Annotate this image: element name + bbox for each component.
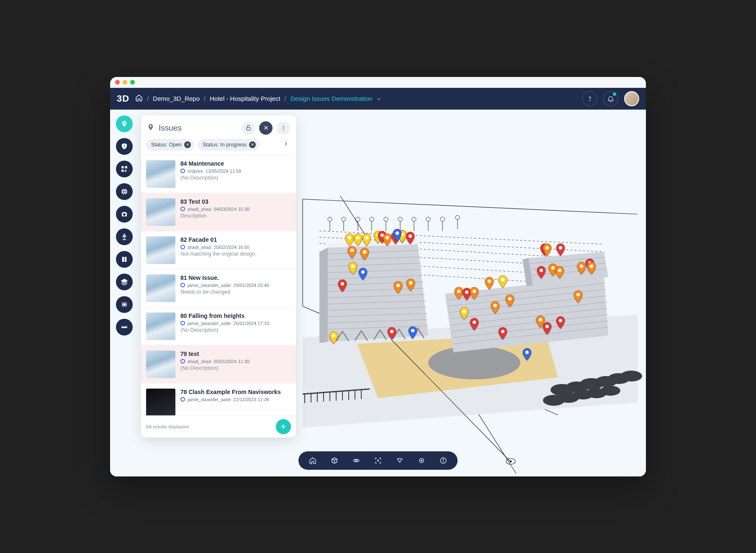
- target-button[interactable]: [417, 456, 427, 466]
- map-pin[interactable]: [556, 316, 565, 329]
- issues-list[interactable]: 84 Maintenance crdpres 13/05/2024 11:58 …: [141, 155, 296, 415]
- remove-filter-icon[interactable]: ✕: [249, 141, 256, 148]
- filter-chip-status-inprogress[interactable]: Status: In progress ✕: [198, 139, 259, 151]
- map-pin[interactable]: [338, 279, 347, 292]
- map-pin[interactable]: [573, 290, 583, 303]
- orbit-button[interactable]: [351, 456, 361, 466]
- rail-layers-button[interactable]: [116, 274, 133, 290]
- info-button[interactable]: [438, 456, 448, 466]
- issue-row[interactable]: 79 test shadi_shad 05/01/2024 11:30 (No …: [141, 345, 296, 383]
- map-pin[interactable]: [470, 318, 479, 330]
- results-count: 64 results displayed: [146, 424, 189, 429]
- map-pin[interactable]: [383, 233, 392, 246]
- svg-point-125: [540, 269, 543, 272]
- rail-issues-button[interactable]: [116, 115, 133, 132]
- app-logo[interactable]: 3D: [117, 93, 129, 104]
- map-pin[interactable]: [406, 279, 415, 291]
- svg-point-92: [356, 236, 360, 239]
- map-pin[interactable]: [577, 262, 586, 274]
- close-window-dot[interactable]: [115, 80, 120, 84]
- map-pin[interactable]: [543, 243, 552, 256]
- map-pin[interactable]: [393, 281, 403, 294]
- map-pin[interactable]: [485, 277, 494, 289]
- breadcrumb-item-1[interactable]: Hotel - Hospitality Project: [210, 95, 280, 102]
- film-icon: [121, 301, 128, 308]
- breadcrumb-item-0[interactable]: Demo_3D_Repo: [153, 95, 200, 102]
- map-pin[interactable]: [348, 262, 357, 274]
- map-pin[interactable]: [329, 331, 338, 344]
- map-pin[interactable]: [360, 248, 369, 260]
- svg-point-120: [508, 297, 512, 300]
- help-button[interactable]: [582, 91, 597, 106]
- rail-views-button[interactable]: [116, 183, 133, 200]
- map-pin[interactable]: [498, 327, 507, 340]
- map-pin[interactable]: [587, 262, 596, 274]
- focus-icon: [374, 457, 382, 464]
- svg-point-104: [409, 281, 412, 284]
- pin-icon: [147, 123, 154, 133]
- map-pin[interactable]: [522, 348, 532, 361]
- rail-sequences-button[interactable]: [116, 296, 133, 313]
- map-pin[interactable]: [470, 287, 479, 300]
- rail-risks-button[interactable]: [116, 138, 133, 155]
- map-pin[interactable]: [537, 266, 546, 279]
- issue-row[interactable]: 82 Facade 01 shadi_shad 20/02/2024 16:55…: [141, 231, 296, 269]
- map-pin[interactable]: [353, 233, 363, 246]
- map-pin[interactable]: [347, 246, 357, 259]
- rail-camera-button[interactable]: [116, 206, 133, 223]
- svg-point-111: [457, 289, 460, 293]
- svg-point-133: [559, 319, 562, 322]
- focus-button[interactable]: [373, 456, 383, 466]
- rail-measure-button[interactable]: [116, 319, 133, 335]
- map-pin[interactable]: [498, 275, 507, 288]
- home-view-button[interactable]: [308, 456, 318, 466]
- camera-icon: [121, 210, 128, 218]
- notifications-button[interactable]: [603, 91, 618, 106]
- remove-filter-icon[interactable]: ✕: [184, 141, 191, 148]
- user-avatar[interactable]: [624, 91, 639, 106]
- map-pin[interactable]: [543, 322, 552, 335]
- map-pin[interactable]: [555, 266, 564, 279]
- section-button[interactable]: [395, 456, 405, 466]
- box-view-button[interactable]: [329, 456, 339, 466]
- rail-groups-button[interactable]: [116, 161, 133, 177]
- map-pin[interactable]: [460, 307, 469, 320]
- more-filters-button[interactable]: [283, 141, 291, 149]
- svg-point-123: [545, 246, 549, 249]
- panel-menu-button[interactable]: [277, 121, 290, 135]
- app-window: 3D / Demo_3D_Repo / Hotel - Hospitality …: [110, 77, 646, 476]
- minimize-window-dot[interactable]: [123, 80, 127, 84]
- map-pin[interactable]: [408, 326, 417, 339]
- map-pin[interactable]: [393, 229, 402, 241]
- rail-compare-button[interactable]: [116, 251, 133, 268]
- issue-title: 80 Falling from heights: [180, 312, 291, 319]
- issue-row[interactable]: 78 Clash Example From Navisworks jamie_i…: [141, 383, 296, 415]
- svg-point-101: [396, 231, 399, 235]
- issue-title: 81 New Issue.: [180, 274, 291, 281]
- issue-row[interactable]: 84 Maintenance crdpres 13/05/2024 11:58 …: [141, 155, 296, 193]
- lock-button[interactable]: [242, 121, 255, 135]
- map-pin[interactable]: [491, 301, 500, 314]
- map-pin[interactable]: [387, 327, 396, 340]
- map-pin[interactable]: [505, 294, 514, 307]
- maximize-window-dot[interactable]: [130, 80, 135, 84]
- close-panel-button[interactable]: [259, 121, 273, 135]
- svg-point-107: [363, 250, 366, 253]
- rail-tree-button[interactable]: [116, 228, 133, 245]
- map-pin[interactable]: [362, 233, 371, 246]
- home-icon: [309, 457, 316, 464]
- issue-row[interactable]: 81 New Issue. jamie_iskander_asite 29/01…: [141, 269, 296, 307]
- map-pin[interactable]: [556, 243, 565, 256]
- map-pin[interactable]: [345, 233, 354, 246]
- svg-point-114: [473, 289, 476, 293]
- svg-point-142: [283, 129, 284, 130]
- breadcrumb-current[interactable]: Design Issues Demonstration: [291, 95, 382, 102]
- svg-point-119: [501, 330, 504, 333]
- issue-row[interactable]: 83 Test 03 shadi_shad 04/03/2024 15:30 D…: [141, 193, 296, 231]
- map-pin[interactable]: [358, 268, 368, 280]
- add-issue-button[interactable]: +: [276, 419, 291, 434]
- home-icon[interactable]: [135, 94, 143, 103]
- issue-row[interactable]: 80 Falling from heights jamie_iskander_a…: [141, 307, 296, 345]
- filter-chip-status-open[interactable]: Status: Open ✕: [146, 139, 194, 151]
- map-pin[interactable]: [406, 232, 415, 244]
